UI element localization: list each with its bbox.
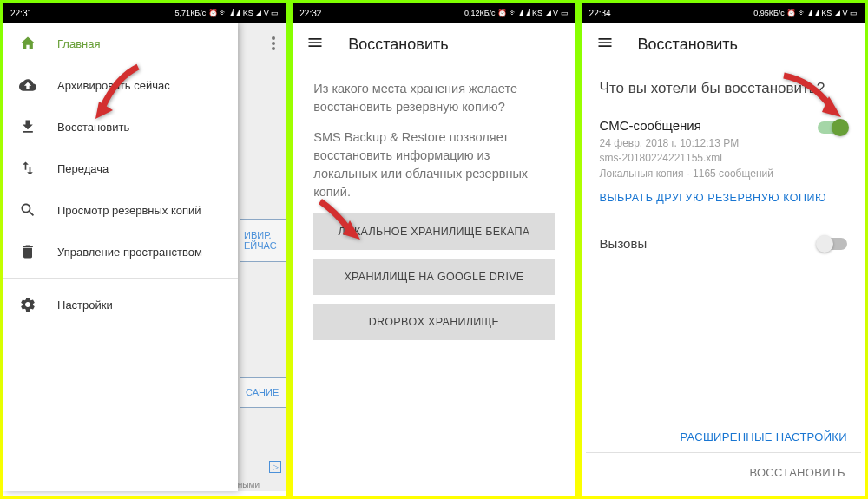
drawer-item-label: Просмотр резервных копий	[57, 204, 201, 217]
navigation-drawer: Главная Архивировать сейчас Восстановить…	[3, 23, 238, 491]
status-icons: 5,71КБ/с ⏰ ᯤ ◢ ◢ KS ◢ V ▭	[175, 9, 279, 17]
dropbox-button[interactable]: DROPBOX ХРАНИЛИЩЕ	[313, 304, 554, 340]
status-bar: 22:34 0,95КБ/с ⏰ ᯤ ◢ ◢ KS ◢ V ▭	[582, 3, 865, 23]
drawer-item-backup[interactable]: Архивировать сейчас	[3, 64, 238, 106]
bg-button-2: САНИЕ	[240, 377, 289, 408]
drawer-item-label: Главная	[57, 37, 100, 50]
trash-icon	[19, 243, 43, 260]
drawer-item-manage[interactable]: Управление пространством	[3, 231, 238, 272]
drawer-item-settings[interactable]: Настройки	[3, 284, 238, 325]
advanced-settings-link[interactable]: РАСШИРЕННЫЕ НАСТРОЙКИ	[680, 430, 846, 443]
drawer-item-home[interactable]: Главная	[3, 23, 238, 64]
calls-label: Вызовы	[600, 236, 648, 251]
drawer-item-label: Передача	[57, 162, 108, 175]
status-bar: 22:32 0,12КБ/с ⏰ ᯤ ◢ ◢ KS ◢ V ▭	[293, 3, 575, 23]
bg-button-1: ИВИР.ЕЙЧАС	[240, 219, 289, 262]
status-icons: 0,95КБ/с ⏰ ᯤ ◢ ◢ KS ◢ V ▭	[753, 9, 858, 17]
status-time: 22:34	[589, 9, 611, 18]
drawer-item-label: Архивировать сейчас	[57, 79, 170, 92]
prompt-text-1: Из какого места хранения желаете восстан…	[313, 80, 554, 116]
sms-date: 24 февр. 2018 г. 10:12:13 PM	[600, 136, 847, 151]
question-text: Что вы хотели бы восстановить?	[600, 80, 847, 97]
download-icon	[19, 118, 43, 135]
divider	[600, 220, 847, 220]
svg-point-0	[272, 36, 275, 40]
search-icon	[19, 201, 43, 219]
drawer-item-view[interactable]: Просмотр резервных копий	[3, 189, 238, 231]
kebab-menu-icon[interactable]	[272, 36, 275, 54]
panel-restore-options: 22:34 0,95КБ/с ⏰ ᯤ ◢ ◢ KS ◢ V ▭ Восстано…	[579, 0, 868, 499]
sms-restore-item[interactable]: СМС-сообщения 24 февр. 2018 г. 10:12:13 …	[600, 118, 847, 181]
calls-toggle[interactable]	[818, 238, 847, 250]
hamburger-icon[interactable]	[306, 34, 324, 55]
app-bar: Восстановить	[293, 23, 575, 66]
google-drive-button[interactable]: ХРАНИЛИЩЕ НА GOOGLE DRIVE	[313, 259, 554, 295]
app-bar-title: Восстановить	[348, 36, 448, 54]
drawer-item-transfer[interactable]: Передача	[3, 148, 238, 189]
status-icons: 0,12КБ/с ⏰ ᯤ ◢ ◢ KS ◢ V ▭	[464, 9, 569, 17]
content: Из какого места хранения желаете восстан…	[293, 66, 575, 363]
svg-point-1	[272, 42, 275, 45]
cloud-upload-icon	[19, 76, 43, 94]
local-storage-button[interactable]: ЛОКАЛЬНОЕ ХРАНИЛИЩЕ БЕКАПА	[313, 213, 554, 250]
ad-close-icon[interactable]: ▷	[269, 461, 281, 473]
sms-count: Локальныя копия - 1165 сообщений	[600, 167, 847, 181]
drawer-item-label: Управление пространством	[57, 246, 202, 259]
prompt-text-2: SMS Backup & Restore позволяет восстанов…	[313, 128, 554, 201]
panel-restore-source: 22:32 0,12КБ/с ⏰ ᯤ ◢ ◢ KS ◢ V ▭ Восстано…	[289, 0, 578, 499]
hamburger-icon[interactable]	[596, 34, 614, 55]
content: Что вы хотели бы восстановить? СМС-сообщ…	[582, 66, 865, 265]
sms-title: СМС-сообщения	[600, 118, 847, 133]
sms-file: sms-20180224221155.xml	[600, 151, 847, 166]
drawer-item-label: Восстановить	[57, 121, 129, 134]
restore-button[interactable]: ВОССТАНОВИТЬ	[749, 466, 845, 479]
svg-point-2	[272, 47, 275, 50]
transfer-icon	[19, 160, 43, 177]
bottom-action-bar: ВОССТАНОВИТЬ	[586, 452, 861, 492]
app-bar-title: Восстановить	[638, 36, 738, 54]
status-time: 22:31	[10, 9, 32, 18]
sms-toggle[interactable]	[818, 121, 847, 134]
calls-restore-item[interactable]: Вызовы	[600, 236, 847, 251]
gear-icon	[19, 296, 43, 313]
divider	[3, 278, 238, 279]
choose-other-link[interactable]: ВЫБРАТЬ ДРУГУЮ РЕЗЕРВНУЮ КОПИЮ	[600, 192, 847, 204]
home-icon	[19, 35, 43, 52]
status-time: 22:32	[299, 9, 321, 18]
status-bar: 22:31 5,71КБ/с ⏰ ᯤ ◢ ◢ KS ◢ V ▭	[3, 3, 286, 23]
drawer-item-label: Настройки	[57, 299, 113, 312]
panel-drawer: 22:31 5,71КБ/с ⏰ ᯤ ◢ ◢ KS ◢ V ▭ ИВИР.ЕЙЧ…	[0, 0, 289, 499]
drawer-item-restore[interactable]: Восстановить	[3, 106, 238, 148]
app-bar: Восстановить	[582, 23, 865, 66]
